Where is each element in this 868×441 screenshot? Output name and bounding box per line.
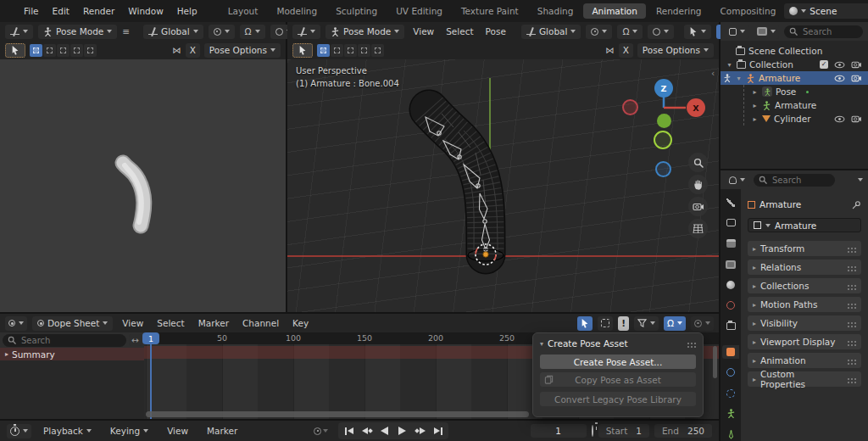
pose-options-dropdown[interactable]: Pose Options (204, 43, 281, 58)
frame-end-field[interactable]: End250 (654, 424, 712, 438)
object-datablock-field[interactable]: Armature (748, 218, 861, 232)
pivot-point-selector[interactable] (209, 25, 235, 39)
render-camera-icon[interactable] (851, 114, 862, 123)
display-mode-button[interactable] (754, 25, 779, 39)
orientation-selector[interactable]: Global (521, 25, 581, 39)
tab-tool[interactable] (722, 196, 739, 209)
outliner-row-cylinder[interactable]: ▸ Cylinder (721, 112, 868, 126)
channel-search[interactable] (3, 334, 126, 347)
channel-summary-row[interactable]: ▸ Summary (0, 348, 144, 360)
gizmo-axis-z-neg[interactable] (655, 161, 671, 177)
active-tool-button[interactable] (292, 43, 313, 58)
select-mode-circle[interactable] (344, 44, 357, 57)
outliner-row-scene-collection[interactable]: Scene Collection (721, 44, 868, 58)
zoom-button[interactable] (688, 153, 708, 172)
convert-legacy-pose-library-button[interactable]: Convert Legacy Pose Library (540, 392, 696, 406)
editor-type-button[interactable] (726, 25, 748, 39)
menu-marker[interactable]: Marker (194, 318, 233, 328)
popup-title-row[interactable]: ▾ Create Pose Asset (540, 338, 696, 349)
menu-select[interactable]: Select (442, 26, 476, 36)
frame-start-field[interactable]: Start1 (598, 424, 649, 438)
expander-icon[interactable]: ▸ (751, 102, 759, 109)
select-mode-box[interactable] (43, 44, 56, 57)
properties-search-input[interactable] (771, 175, 830, 186)
menu-pose[interactable]: Pose (482, 26, 509, 36)
select-mode-tweak[interactable] (30, 44, 42, 57)
outliner-search[interactable] (784, 25, 863, 38)
render-camera-icon[interactable] (851, 74, 862, 82)
pin-icon[interactable] (852, 200, 861, 209)
outliner-row-collection[interactable]: ▾ Collection ✓ (721, 58, 868, 71)
tab-bone[interactable] (722, 428, 739, 441)
proportional-edit-button[interactable] (691, 316, 714, 331)
previous-keyframe-button[interactable] (359, 424, 375, 438)
tab-layout[interactable]: Layout (220, 3, 267, 19)
mirror-x-toggle[interactable]: X (186, 43, 200, 58)
drag-grip-icon[interactable] (848, 248, 856, 249)
pose-options-dropdown[interactable]: Pose Options (637, 43, 714, 58)
section-viewport-display[interactable]: ▸Viewport Display (748, 334, 861, 349)
scene-selector[interactable]: Scene × (784, 3, 868, 19)
playhead-line[interactable] (150, 344, 152, 419)
menu-select[interactable]: Select (153, 318, 188, 328)
properties-search[interactable] (754, 174, 835, 187)
tab-animation[interactable]: Animation (583, 3, 646, 19)
section-transform[interactable]: ▸Transform (748, 241, 861, 256)
expander-icon[interactable]: ▾ (735, 75, 743, 82)
only-selected-filter-button[interactable] (577, 316, 593, 331)
menu-window[interactable]: Window (121, 6, 170, 16)
select-mode-lasso[interactable] (358, 44, 370, 57)
active-tool-button[interactable] (5, 43, 25, 58)
tab-modeling[interactable]: Modeling (268, 3, 326, 19)
channel-search-input[interactable] (19, 335, 121, 346)
menu-edit[interactable]: Edit (46, 6, 76, 16)
keying-menu[interactable]: Keying (103, 426, 155, 436)
vertical-scrollbar[interactable] (713, 346, 717, 378)
editor-type-button[interactable] (5, 316, 27, 331)
outliner-search-input[interactable] (801, 26, 858, 37)
select-mode-tweak[interactable] (317, 44, 330, 57)
outliner-row-armature-data[interactable]: ▸ Armature (721, 98, 868, 112)
viewport-left-canvas[interactable] (0, 59, 286, 312)
drag-grip-icon[interactable] (848, 341, 856, 343)
drag-grip-icon[interactable] (848, 266, 856, 268)
render-camera-icon[interactable] (851, 60, 862, 69)
current-frame-field[interactable]: 1 (531, 424, 587, 438)
tab-view-layer[interactable] (722, 258, 739, 271)
drag-grip-icon[interactable] (848, 304, 856, 305)
select-mode-lasso[interactable] (70, 44, 83, 57)
menu-help[interactable]: Help (170, 6, 204, 16)
dope-sheet-mode-selector[interactable]: Dope Sheet (32, 316, 113, 331)
tab-constraints[interactable] (722, 387, 739, 399)
scene-name[interactable]: Scene (810, 6, 868, 16)
create-pose-asset-button[interactable]: Create Pose Asset... (540, 354, 696, 369)
drag-grip-icon[interactable] (848, 360, 856, 361)
pan-button[interactable] (688, 175, 708, 194)
select-mode-box[interactable] (331, 44, 343, 57)
current-frame-badge[interactable]: 1 (142, 332, 159, 344)
section-motion-paths[interactable]: ▸Motion Paths (748, 297, 861, 312)
tab-rendering[interactable]: Rendering (648, 3, 710, 19)
viewport-mid-canvas[interactable]: User Perspective (1) Armature : Bone.004 (287, 59, 719, 312)
jump-to-end-button[interactable] (430, 424, 446, 438)
collection-checkbox[interactable]: ✓ (820, 60, 828, 69)
mode-selector[interactable]: Pose Mode (38, 25, 117, 39)
playback-menu[interactable]: Playback (36, 426, 98, 436)
chevron-down-icon[interactable] (323, 429, 328, 433)
tab-shading[interactable]: Shading (529, 3, 582, 19)
mode-selector[interactable]: Pose Mode (326, 25, 404, 39)
pivot-point-selector[interactable] (586, 25, 612, 39)
options-chevron-icon[interactable] (858, 178, 863, 181)
play-reverse-button[interactable] (376, 424, 392, 438)
expander-icon[interactable]: ▸ (751, 88, 759, 96)
tab-collection[interactable] (722, 320, 739, 332)
sidebar-toggle[interactable]: ‹ (711, 68, 715, 78)
tab-compositing[interactable]: Compositing (712, 3, 785, 19)
menu-key[interactable]: Key (288, 318, 313, 328)
overlays-toggle[interactable] (684, 25, 711, 39)
show-hidden-filter-button[interactable] (598, 316, 613, 331)
select-mode-extend[interactable] (84, 44, 97, 57)
tab-uv-editing[interactable]: UV Editing (387, 3, 451, 19)
select-mode-circle[interactable] (57, 44, 70, 57)
gizmo-axis-x-neg[interactable] (622, 99, 638, 115)
